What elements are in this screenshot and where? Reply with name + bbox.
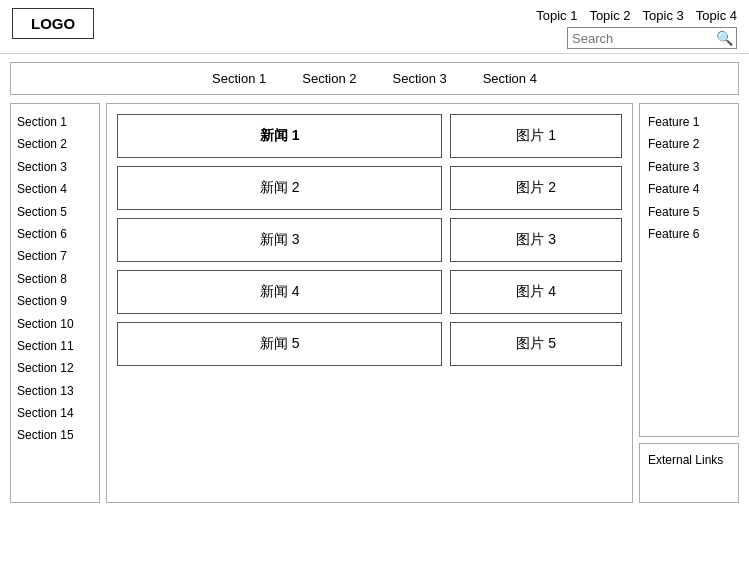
header-right: Topic 1Topic 2Topic 3Topic 4 🔍 [536, 8, 737, 49]
feature-link[interactable]: Feature 3 [648, 157, 730, 177]
sidebar-section-link[interactable]: Section 9 [17, 291, 93, 311]
news-row: 新闻 5图片 5 [117, 322, 622, 366]
sidebar-section-link[interactable]: Section 15 [17, 425, 93, 445]
feature-link[interactable]: Feature 6 [648, 224, 730, 244]
center-content: 新闻 1图片 1新闻 2图片 2新闻 3图片 3新闻 4图片 4新闻 5图片 5 [106, 103, 633, 503]
feature-link[interactable]: Feature 5 [648, 202, 730, 222]
left-sidebar: Section 1Section 2Section 3Section 4Sect… [10, 103, 100, 503]
sidebar-section-link[interactable]: Section 8 [17, 269, 93, 289]
right-sidebar: Feature 1Feature 2Feature 3Feature 4Feat… [639, 103, 739, 503]
subnav-item[interactable]: Section 3 [393, 71, 447, 86]
news-box[interactable]: 新闻 2 [117, 166, 442, 210]
image-box[interactable]: 图片 3 [450, 218, 622, 262]
topic-link[interactable]: Topic 4 [696, 8, 737, 23]
topic-link[interactable]: Topic 1 [536, 8, 577, 23]
subnav: Section 1Section 2Section 3Section 4 [10, 62, 739, 95]
news-box[interactable]: 新闻 5 [117, 322, 442, 366]
external-links-label[interactable]: External Links [648, 453, 723, 467]
sidebar-section-link[interactable]: Section 2 [17, 134, 93, 154]
subnav-item[interactable]: Section 2 [302, 71, 356, 86]
sidebar-section-link[interactable]: Section 10 [17, 314, 93, 334]
sidebar-section-link[interactable]: Section 3 [17, 157, 93, 177]
topics-row: Topic 1Topic 2Topic 3Topic 4 [536, 8, 737, 23]
feature-link[interactable]: Feature 2 [648, 134, 730, 154]
subnav-item[interactable]: Section 1 [212, 71, 266, 86]
sidebar-section-link[interactable]: Section 1 [17, 112, 93, 132]
image-box[interactable]: 图片 2 [450, 166, 622, 210]
sidebar-section-link[interactable]: Section 14 [17, 403, 93, 423]
sidebar-section-link[interactable]: Section 11 [17, 336, 93, 356]
sidebar-section-link[interactable]: Section 4 [17, 179, 93, 199]
search-row: 🔍 [567, 27, 737, 49]
sidebar-section-link[interactable]: Section 7 [17, 246, 93, 266]
logo[interactable]: LOGO [12, 8, 94, 39]
news-row: 新闻 1图片 1 [117, 114, 622, 158]
news-row: 新闻 4图片 4 [117, 270, 622, 314]
search-icon: 🔍 [716, 30, 733, 46]
subnav-item[interactable]: Section 4 [483, 71, 537, 86]
sidebar-section-link[interactable]: Section 13 [17, 381, 93, 401]
search-input[interactable] [572, 31, 712, 46]
news-box[interactable]: 新闻 3 [117, 218, 442, 262]
feature-link[interactable]: Feature 1 [648, 112, 730, 132]
sidebar-section-link[interactable]: Section 6 [17, 224, 93, 244]
external-links-box: External Links [639, 443, 739, 503]
news-row: 新闻 3图片 3 [117, 218, 622, 262]
topic-link[interactable]: Topic 3 [643, 8, 684, 23]
main-area: Section 1Section 2Section 3Section 4Sect… [10, 103, 739, 503]
image-box[interactable]: 图片 5 [450, 322, 622, 366]
header: LOGO Topic 1Topic 2Topic 3Topic 4 🔍 [0, 0, 749, 54]
sidebar-section-link[interactable]: Section 5 [17, 202, 93, 222]
image-box[interactable]: 图片 1 [450, 114, 622, 158]
news-box[interactable]: 新闻 1 [117, 114, 442, 158]
sidebar-section-link[interactable]: Section 12 [17, 358, 93, 378]
image-box[interactable]: 图片 4 [450, 270, 622, 314]
features-box: Feature 1Feature 2Feature 3Feature 4Feat… [639, 103, 739, 437]
topic-link[interactable]: Topic 2 [589, 8, 630, 23]
feature-link[interactable]: Feature 4 [648, 179, 730, 199]
news-box[interactable]: 新闻 4 [117, 270, 442, 314]
news-row: 新闻 2图片 2 [117, 166, 622, 210]
